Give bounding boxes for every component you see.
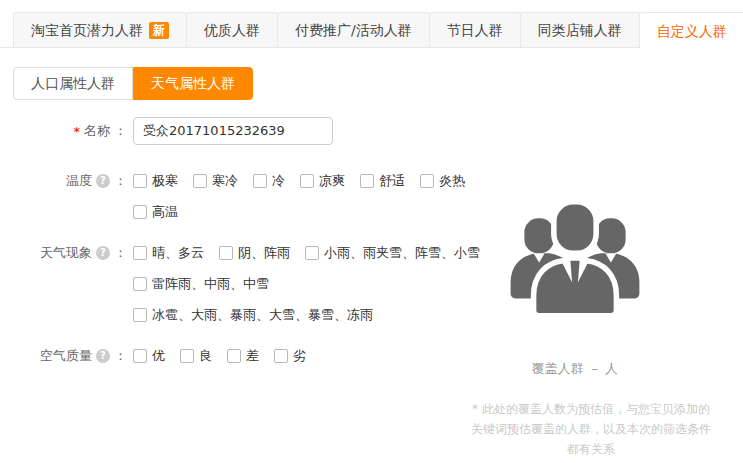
custom-audience-page: 淘宝首页潜力人群 新 优质人群 付费推广/活动人群 节日人群 同类店铺人群 自定… <box>0 0 743 463</box>
checkbox-label: 冷 <box>272 172 285 190</box>
footnote-line: 都有关系 <box>440 440 742 460</box>
checkbox[interactable] <box>420 174 434 188</box>
tab-label: 同类店铺人群 <box>538 13 622 47</box>
checkbox-option[interactable]: 小雨、雨夹雪、阵雪、小雪 <box>305 244 480 262</box>
new-badge: 新 <box>149 22 169 39</box>
checkbox-label: 雷阵雨、中雨、中雪 <box>152 275 269 293</box>
checkbox[interactable] <box>300 174 314 188</box>
help-icon[interactable]: ? <box>96 349 110 363</box>
checkbox-option[interactable]: 凉爽 <box>300 172 345 190</box>
checkbox-option[interactable]: 良 <box>180 347 212 365</box>
checkbox[interactable] <box>227 349 241 363</box>
checkbox[interactable] <box>274 349 288 363</box>
checkbox-option[interactable]: 炎热 <box>420 172 465 190</box>
checkbox-label: 晴、多云 <box>152 244 204 262</box>
checkbox[interactable] <box>253 174 267 188</box>
tab-taobao-homepage-potential[interactable]: 淘宝首页潜力人群 新 <box>13 12 187 47</box>
tab-label: 淘宝首页潜力人群 <box>31 13 143 47</box>
checkbox-option[interactable]: 冷 <box>253 172 285 190</box>
tab-label: 自定义人群 <box>657 14 727 48</box>
checkbox-option[interactable]: 舒适 <box>360 172 405 190</box>
checkbox-option[interactable]: 阴、阵雨 <box>219 244 290 262</box>
subtab-label: 天气属性人群 <box>151 75 235 91</box>
checkbox-label: 舒适 <box>379 172 405 190</box>
checkbox-label: 良 <box>199 347 212 365</box>
checkbox-option[interactable]: 雷阵雨、中雨、中雪 <box>133 275 269 293</box>
checkbox-label: 炎热 <box>439 172 465 190</box>
checkbox-option[interactable]: 冰雹、大雨、暴雨、大雪、暴雪、冻雨 <box>133 306 373 324</box>
checkbox-label: 劣 <box>293 347 306 365</box>
checkbox-option[interactable]: 晴、多云 <box>133 244 204 262</box>
checkbox[interactable] <box>180 349 194 363</box>
checkbox-option[interactable]: 高温 <box>133 203 178 221</box>
checkbox[interactable] <box>133 205 147 219</box>
weather-phenomena-label: 天气现象 ? ： <box>0 242 133 264</box>
temperature-label: 温度 ? ： <box>0 170 133 192</box>
subtab-demographic-audience[interactable]: 人口属性人群 <box>13 67 133 100</box>
audience-tabbar: 淘宝首页潜力人群 新 优质人群 付费推广/活动人群 节日人群 同类店铺人群 自定… <box>0 12 743 48</box>
footnote-line: * 此处的覆盖人数为预估值，与您宝贝添加的 <box>440 400 742 420</box>
tab-similar-shop-audience[interactable]: 同类店铺人群 <box>520 12 640 47</box>
checkbox[interactable] <box>133 174 147 188</box>
checkbox-option[interactable]: 极寒 <box>133 172 178 190</box>
required-mark: * <box>74 124 81 139</box>
tab-paid-promotion-activity[interactable]: 付费推广/活动人群 <box>277 12 430 47</box>
name-label: * 名称 ： <box>0 117 133 145</box>
help-icon[interactable]: ? <box>96 174 110 188</box>
subtab-weather-audience[interactable]: 天气属性人群 <box>133 67 253 100</box>
checkbox-label: 优 <box>152 347 165 365</box>
tab-premium-audience[interactable]: 优质人群 <box>186 12 278 47</box>
checkbox[interactable] <box>133 246 147 260</box>
checkbox-label: 冰雹、大雨、暴雨、大雪、暴雪、冻雨 <box>152 306 373 324</box>
tab-label: 付费推广/活动人群 <box>295 13 412 47</box>
checkbox-label: 凉爽 <box>319 172 345 190</box>
subtab-label: 人口属性人群 <box>31 75 115 91</box>
checkbox[interactable] <box>133 349 147 363</box>
checkbox-option[interactable]: 寒冷 <box>193 172 238 190</box>
tab-label: 节日人群 <box>447 13 503 47</box>
attribute-subtabs: 人口属性人群 天气属性人群 <box>13 67 743 100</box>
tab-label: 优质人群 <box>204 13 260 47</box>
help-icon[interactable]: ? <box>96 246 110 260</box>
checkbox-option[interactable]: 优 <box>133 347 165 365</box>
checkbox-label: 差 <box>246 347 259 365</box>
tab-festival-audience[interactable]: 节日人群 <box>429 12 521 47</box>
checkbox-label: 极寒 <box>152 172 178 190</box>
checkbox-label: 阴、阵雨 <box>238 244 290 262</box>
audience-name-input[interactable] <box>133 117 333 145</box>
checkbox-option[interactable]: 差 <box>227 347 259 365</box>
checkbox[interactable] <box>360 174 374 188</box>
checkbox[interactable] <box>219 246 233 260</box>
temperature-line-1: 极寒 寒冷 冷 凉爽 舒适 炎热 <box>133 170 743 192</box>
checkbox[interactable] <box>133 308 147 322</box>
coverage-caption: 覆盖人群 － 人 <box>455 360 695 378</box>
footnote-line: 关键词预估覆盖的人群，以及本次的筛选条件 <box>440 420 742 440</box>
coverage-panel: 覆盖人群 － 人 <box>455 198 695 378</box>
checkbox[interactable] <box>133 277 147 291</box>
people-group-icon <box>506 198 644 316</box>
air-quality-label: 空气质量 ? ： <box>0 345 133 367</box>
checkbox[interactable] <box>305 246 319 260</box>
tab-custom-audience[interactable]: 自定义人群 <box>639 12 743 48</box>
coverage-footnote: * 此处的覆盖人数为预估值，与您宝贝添加的 关键词预估覆盖的人群，以及本次的筛选… <box>440 400 742 459</box>
checkbox-label: 高温 <box>152 203 178 221</box>
checkbox-option[interactable]: 劣 <box>274 347 306 365</box>
checkbox-label: 寒冷 <box>212 172 238 190</box>
name-row: * 名称 ： <box>0 117 743 145</box>
checkbox[interactable] <box>193 174 207 188</box>
